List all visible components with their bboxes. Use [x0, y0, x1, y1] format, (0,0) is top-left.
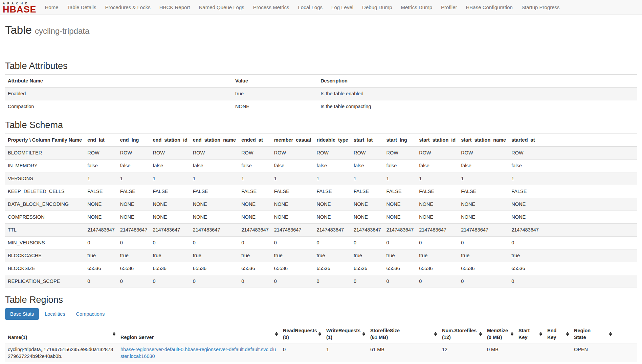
region-server-link[interactable]: hbase-regionserver-default-0.hbase-regio… — [120, 347, 276, 359]
sort-icon[interactable] — [113, 332, 115, 336]
column-header-memsize-0-mb[interactable]: MemSize (0 MB) — [484, 325, 516, 343]
schema-bloomfilter-start-lat: ROW — [351, 147, 384, 160]
schema-compression-started-at: NONE — [509, 211, 637, 224]
sort-up-arrow — [113, 332, 115, 334]
nav-link-startup-progress[interactable]: Startup Progress — [517, 0, 564, 14]
schema-property-name: BLOCKSIZE — [5, 262, 85, 275]
schema-blockcache-start-station-name: true — [458, 249, 509, 262]
schema-min-versions-started-at: 0 — [509, 237, 637, 249]
schema-property-name: KEEP_DELETED_CELLS — [5, 185, 85, 198]
schema-row-data-block-encoding: DATA_BLOCK_ENCODINGNONENONENONENONENONEN… — [5, 198, 637, 211]
schema-ttl-end-station-id: 2147483647 — [150, 224, 190, 237]
schema-property-name: IN_MEMORY — [5, 160, 85, 172]
schema-min-versions-ended-at: 0 — [239, 237, 271, 249]
schema-compression-start-station-id: NONE — [416, 211, 458, 224]
column-label-memsize-0-mb: MemSize (0 MB) — [487, 327, 508, 341]
schema-replication-scope-started-at: 0 — [509, 275, 637, 288]
sort-icon[interactable] — [362, 332, 365, 336]
nav-link-profiler[interactable]: Profiler — [437, 0, 462, 14]
sort-icon[interactable] — [275, 332, 278, 336]
nav-item-procedures-locks: Procedures & Locks — [101, 0, 155, 14]
region-end-key — [545, 343, 571, 362]
nav-link-home[interactable]: Home — [41, 0, 63, 14]
nav-link-named-queue-logs[interactable]: Named Queue Logs — [195, 0, 249, 14]
hbase-logo[interactable]: APACHE HBASE — [3, 0, 41, 15]
column-header-region-server[interactable]: Region Server — [118, 325, 280, 343]
nav-link-metrics-dump[interactable]: Metrics Dump — [397, 0, 437, 14]
schema-in-memory-rideable-type: false — [314, 160, 351, 172]
table-regions: Name(1)Region ServerReadRequests (0)Writ… — [5, 325, 637, 362]
region-row: cycling-tripdata,,1719475156245.e95d0a13… — [5, 343, 637, 362]
attr-col-value: Value — [233, 75, 318, 88]
schema-versions-start-lng: 1 — [384, 172, 417, 185]
nav-item-profiler: Profiler — [437, 0, 462, 14]
nav-link-local-logs[interactable]: Local Logs — [293, 0, 327, 14]
column-header-num-storefiles-12[interactable]: Num.Storefiles (12) — [439, 325, 484, 343]
column-header-start-key[interactable]: Start Key — [516, 325, 545, 343]
nav-item-local-logs: Local Logs — [293, 0, 327, 14]
attr-enabled-attribute-name: Enabled — [5, 88, 233, 100]
schema-blockcache-end-station-id: true — [150, 249, 190, 262]
sort-up-arrow — [511, 332, 513, 334]
schema-heading: Table Schema — [5, 120, 637, 130]
column-header-writerequests-1[interactable]: WriteRequests (1) — [324, 325, 368, 343]
nav-link-hbase-configuration[interactable]: HBase Configuration — [462, 0, 517, 14]
schema-min-versions-start-lng: 0 — [384, 237, 417, 249]
schema-compression-ended-at: NONE — [239, 211, 271, 224]
schema-replication-scope-end-station-name: 0 — [190, 275, 239, 288]
nav-item-metrics-dump: Metrics Dump — [397, 0, 437, 14]
sort-icon[interactable] — [318, 332, 321, 336]
region-read-requests: 0 — [280, 343, 324, 362]
sort-icon[interactable] — [539, 332, 542, 336]
schema-in-memory-started-at: false — [509, 160, 637, 172]
schema-blocksize-start-lat: 65536 — [351, 262, 384, 275]
column-header-end-key[interactable]: End Key — [545, 325, 571, 343]
schema-in-memory-member-casual: false — [271, 160, 314, 172]
sort-icon[interactable] — [511, 332, 513, 336]
tab-link-compactions[interactable]: Compactions — [71, 308, 110, 320]
sort-down-arrow — [434, 334, 437, 336]
schema-keep-deleted-cells-member-casual: FALSE — [271, 185, 314, 198]
nav-link-log-level[interactable]: Log Level — [327, 0, 358, 14]
nav-link-debug-dump[interactable]: Debug Dump — [358, 0, 396, 14]
schema-bloomfilter-start-station-id: ROW — [416, 147, 458, 160]
nav-item-startup-progress: Startup Progress — [517, 0, 564, 14]
column-header-region-state[interactable]: Region State — [571, 325, 637, 343]
schema-keep-deleted-cells-end-station-id: FALSE — [150, 185, 190, 198]
tab-compactions: Compactions — [71, 308, 110, 320]
nav-link-hbck-report[interactable]: HBCK Report — [155, 0, 195, 14]
column-header-name-1[interactable]: Name(1) — [5, 325, 118, 343]
schema-row-ttl: TTL2147483647214748364721474836472147483… — [5, 224, 637, 237]
nav-link-process-metrics[interactable]: Process Metrics — [249, 0, 294, 14]
tab-link-base-stats[interactable]: Base Stats — [5, 308, 39, 320]
sort-up-arrow — [434, 332, 437, 334]
schema-in-memory-start-station-name: false — [458, 160, 509, 172]
schema-in-memory-start-lat: false — [351, 160, 384, 172]
schema-min-versions-end-lng: 0 — [117, 237, 150, 249]
schema-data-block-encoding-started-at: NONE — [509, 198, 637, 211]
column-label-name-1: Name(1) — [8, 334, 27, 341]
schema-versions-end-station-id: 1 — [150, 172, 190, 185]
column-label-region-server: Region Server — [120, 334, 154, 341]
schema-ttl-end-lat: 2147483647 — [85, 224, 117, 237]
nav-link-table-details[interactable]: Table Details — [63, 0, 101, 14]
top-navbar: APACHE HBASE HomeTable DetailsProcedures… — [0, 0, 642, 15]
sort-icon[interactable] — [479, 332, 482, 336]
sort-icon[interactable] — [609, 332, 612, 336]
schema-blockcache-rideable-type: true — [314, 249, 351, 262]
sort-down-arrow — [362, 334, 365, 336]
attr-header-row: Attribute NameValueDescription — [5, 75, 637, 88]
schema-row-in-memory: IN_MEMORYfalsefalsefalsefalsefalsefalsef… — [5, 160, 637, 172]
schema-blocksize-end-station-id: 65536 — [150, 262, 190, 275]
nav-item-process-metrics: Process Metrics — [249, 0, 294, 14]
sort-icon[interactable] — [566, 332, 569, 336]
nav-link-procedures-locks[interactable]: Procedures & Locks — [101, 0, 155, 14]
schema-compression-start-lat: NONE — [351, 211, 384, 224]
schema-bloomfilter-ended-at: ROW — [239, 147, 271, 160]
sort-icon[interactable] — [434, 332, 437, 336]
tab-link-localities[interactable]: Localities — [40, 308, 70, 320]
schema-blocksize-started-at: 65536 — [509, 262, 637, 275]
column-header-storefilesize-61-mb[interactable]: StorefileSize (61 MB) — [368, 325, 439, 343]
region-tabs: Base StatsLocalitiesCompactions — [5, 308, 637, 320]
column-header-readrequests-0[interactable]: ReadRequests (0) — [280, 325, 324, 343]
